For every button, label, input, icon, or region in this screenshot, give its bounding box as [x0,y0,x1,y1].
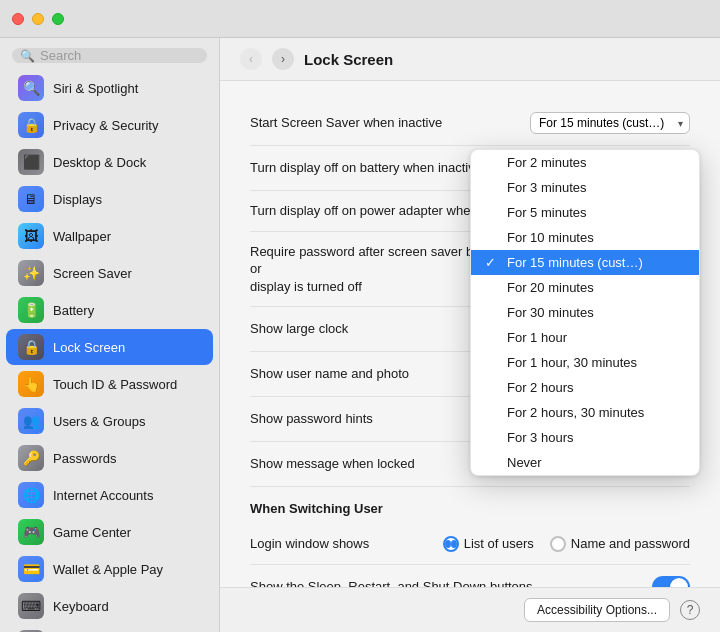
sidebar-item-desktop-dock[interactable]: ⬛ Desktop & Dock [6,144,213,180]
dropdown-item-20min[interactable]: For 20 minutes [471,275,699,300]
dropdown-label-20min: For 20 minutes [507,280,594,295]
search-input[interactable] [40,48,199,63]
screen-saver-label: Start Screen Saver when inactive [250,114,530,132]
sidebar-item-wallpaper[interactable]: 🖼 Wallpaper [6,218,213,254]
sidebar-icon-internet-accounts: 🌐 [18,482,44,508]
list-of-users-option[interactable]: List of users [443,536,534,552]
forward-button[interactable]: › [272,48,294,70]
sleep-restart-row: Show the Sleep, Restart, and Shut Down b… [250,565,690,587]
dropdown-label-5min: For 5 minutes [507,205,586,220]
dropdown-label-2min: For 2 minutes [507,155,586,170]
dropdown-label-3min: For 3 minutes [507,180,586,195]
sidebar-label-keyboard: Keyboard [53,599,109,614]
dropdown-item-1hr[interactable]: For 1 hour [471,325,699,350]
footer-bar: Accessibility Options... ? [220,587,720,632]
sidebar-icon-siri-spotlight: 🔍 [18,75,44,101]
sidebar-icon-privacy-security: 🔒 [18,112,44,138]
sidebar: 🔍 🔍 Siri & Spotlight 🔒 Privacy & Securit… [0,38,220,632]
dropdown-label-30min: For 30 minutes [507,305,594,320]
login-window-options: List of users Name and password [443,536,690,552]
sidebar-item-touch-id[interactable]: 👆 Touch ID & Password [6,366,213,402]
content-area: ‹ › Lock Screen Start Screen Saver when … [220,38,720,632]
dropdown-label-15min: For 15 minutes (cust…) [507,255,643,270]
switching-section-heading: When Switching User [250,487,690,524]
sidebar-item-siri-spotlight[interactable]: 🔍 Siri & Spotlight [6,70,213,106]
sidebar-label-users-groups: Users & Groups [53,414,145,429]
sidebar-icon-game-center: 🎮 [18,519,44,545]
dropdown-item-10min[interactable]: For 10 minutes [471,225,699,250]
dropdown-item-30min[interactable]: For 30 minutes [471,300,699,325]
sidebar-item-privacy-security[interactable]: 🔒 Privacy & Security [6,107,213,143]
list-of-users-radio[interactable] [443,536,459,552]
search-icon: 🔍 [20,49,35,63]
content-body: Start Screen Saver when inactive For 15 … [220,81,720,587]
sidebar-item-displays[interactable]: 🖥 Displays [6,181,213,217]
sidebar-item-passwords[interactable]: 🔑 Passwords [6,440,213,476]
sidebar-label-game-center: Game Center [53,525,131,540]
sidebar-item-internet-accounts[interactable]: 🌐 Internet Accounts [6,477,213,513]
screen-saver-row: Start Screen Saver when inactive For 15 … [250,101,690,146]
screen-saver-dropdown[interactable]: For 15 minutes (cust…) [530,112,690,134]
sidebar-item-game-center[interactable]: 🎮 Game Center [6,514,213,550]
sidebar-item-lock-screen[interactable]: 🔒 Lock Screen [6,329,213,365]
sidebar-item-battery[interactable]: 🔋 Battery [6,292,213,328]
minimize-button[interactable] [32,13,44,25]
sidebar-item-screen-saver[interactable]: ✨ Screen Saver [6,255,213,291]
login-window-label: Login window shows [250,535,443,553]
sidebar-item-users-groups[interactable]: 👥 Users & Groups [6,403,213,439]
main-layout: 🔍 🔍 Siri & Spotlight 🔒 Privacy & Securit… [0,38,720,632]
dropdown-label-3hr: For 3 hours [507,430,573,445]
dropdown-item-never[interactable]: Never [471,450,699,475]
titlebar [0,0,720,38]
maximize-button[interactable] [52,13,64,25]
dropdown-item-3min[interactable]: For 3 minutes [471,175,699,200]
dropdown-item-5min[interactable]: For 5 minutes [471,200,699,225]
check-mark-15min: ✓ [485,255,499,270]
sidebar-icon-keyboard: ⌨ [18,593,44,619]
dropdown-item-2min[interactable]: For 2 minutes [471,150,699,175]
sidebar-item-wallet[interactable]: 💳 Wallet & Apple Pay [6,551,213,587]
sidebar-icon-lock-screen: 🔒 [18,334,44,360]
sidebar-label-wallet: Wallet & Apple Pay [53,562,163,577]
sidebar-item-keyboard[interactable]: ⌨ Keyboard [6,588,213,624]
dropdown-item-15min[interactable]: ✓ For 15 minutes (cust…) [471,250,699,275]
sidebar-icon-battery: 🔋 [18,297,44,323]
sidebar-icon-users-groups: 👥 [18,408,44,434]
dropdown-label-2hr30: For 2 hours, 30 minutes [507,405,644,420]
sidebar-label-displays: Displays [53,192,102,207]
help-button[interactable]: ? [680,600,700,620]
sidebar-label-screen-saver: Screen Saver [53,266,132,281]
sidebar-icon-passwords: 🔑 [18,445,44,471]
sidebar-icon-touch-id: 👆 [18,371,44,397]
dropdown-item-2hr30[interactable]: For 2 hours, 30 minutes [471,400,699,425]
name-password-option[interactable]: Name and password [550,536,690,552]
page-title: Lock Screen [304,51,393,68]
dropdown-label-1hr30: For 1 hour, 30 minutes [507,355,637,370]
dropdown-label-1hr: For 1 hour [507,330,567,345]
sidebar-item-trackpad[interactable]: ▭ Trackpad [6,625,213,632]
sidebar-icon-desktop-dock: ⬛ [18,149,44,175]
sidebar-label-internet-accounts: Internet Accounts [53,488,153,503]
sidebar-icon-screen-saver: ✨ [18,260,44,286]
sidebar-label-passwords: Passwords [53,451,117,466]
sidebar-icon-wallet: 💳 [18,556,44,582]
name-password-label: Name and password [571,536,690,551]
sidebar-icon-wallpaper: 🖼 [18,223,44,249]
back-button[interactable]: ‹ [240,48,262,70]
dropdown-item-1hr30[interactable]: For 1 hour, 30 minutes [471,350,699,375]
close-button[interactable] [12,13,24,25]
sleep-restart-toggle[interactable] [652,576,690,587]
sidebar-label-siri-spotlight: Siri & Spotlight [53,81,138,96]
sidebar-label-lock-screen: Lock Screen [53,340,125,355]
search-box[interactable]: 🔍 [12,48,207,63]
list-of-users-label: List of users [464,536,534,551]
dropdown-label-never: Never [507,455,542,470]
dropdown-item-2hr[interactable]: For 2 hours [471,375,699,400]
dropdown-item-3hr[interactable]: For 3 hours [471,425,699,450]
sidebar-label-desktop-dock: Desktop & Dock [53,155,146,170]
name-password-radio[interactable] [550,536,566,552]
sidebar-label-touch-id: Touch ID & Password [53,377,177,392]
sidebar-icon-displays: 🖥 [18,186,44,212]
dropdown-label-2hr: For 2 hours [507,380,573,395]
accessibility-options-button[interactable]: Accessibility Options... [524,598,670,622]
